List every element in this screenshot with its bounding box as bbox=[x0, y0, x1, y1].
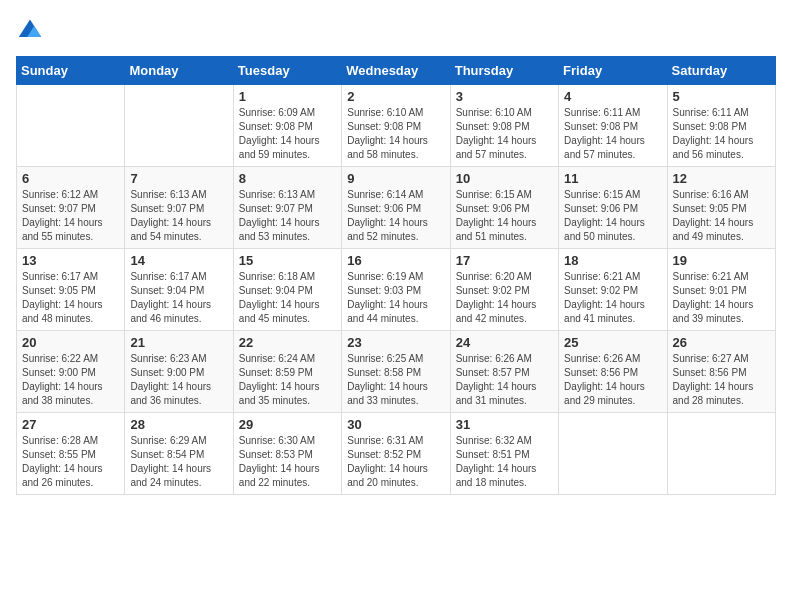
calendar-weekday-header: Monday bbox=[125, 57, 233, 85]
calendar-cell: 25Sunrise: 6:26 AM Sunset: 8:56 PM Dayli… bbox=[559, 331, 667, 413]
calendar-week-row: 27Sunrise: 6:28 AM Sunset: 8:55 PM Dayli… bbox=[17, 413, 776, 495]
day-number: 18 bbox=[564, 253, 661, 268]
day-number: 13 bbox=[22, 253, 119, 268]
calendar-cell: 5Sunrise: 6:11 AM Sunset: 9:08 PM Daylig… bbox=[667, 85, 775, 167]
day-number: 15 bbox=[239, 253, 336, 268]
day-info: Sunrise: 6:31 AM Sunset: 8:52 PM Dayligh… bbox=[347, 434, 444, 490]
calendar-cell: 13Sunrise: 6:17 AM Sunset: 9:05 PM Dayli… bbox=[17, 249, 125, 331]
day-info: Sunrise: 6:21 AM Sunset: 9:01 PM Dayligh… bbox=[673, 270, 770, 326]
day-number: 2 bbox=[347, 89, 444, 104]
day-number: 28 bbox=[130, 417, 227, 432]
day-number: 10 bbox=[456, 171, 553, 186]
calendar-cell: 20Sunrise: 6:22 AM Sunset: 9:00 PM Dayli… bbox=[17, 331, 125, 413]
calendar-cell: 23Sunrise: 6:25 AM Sunset: 8:58 PM Dayli… bbox=[342, 331, 450, 413]
calendar-header-row: SundayMondayTuesdayWednesdayThursdayFrid… bbox=[17, 57, 776, 85]
day-number: 22 bbox=[239, 335, 336, 350]
calendar-cell: 7Sunrise: 6:13 AM Sunset: 9:07 PM Daylig… bbox=[125, 167, 233, 249]
calendar-cell: 11Sunrise: 6:15 AM Sunset: 9:06 PM Dayli… bbox=[559, 167, 667, 249]
day-info: Sunrise: 6:14 AM Sunset: 9:06 PM Dayligh… bbox=[347, 188, 444, 244]
day-info: Sunrise: 6:24 AM Sunset: 8:59 PM Dayligh… bbox=[239, 352, 336, 408]
calendar-cell: 4Sunrise: 6:11 AM Sunset: 9:08 PM Daylig… bbox=[559, 85, 667, 167]
day-info: Sunrise: 6:11 AM Sunset: 9:08 PM Dayligh… bbox=[673, 106, 770, 162]
day-number: 7 bbox=[130, 171, 227, 186]
calendar-cell: 3Sunrise: 6:10 AM Sunset: 9:08 PM Daylig… bbox=[450, 85, 558, 167]
day-number: 11 bbox=[564, 171, 661, 186]
day-info: Sunrise: 6:26 AM Sunset: 8:56 PM Dayligh… bbox=[564, 352, 661, 408]
calendar-cell: 14Sunrise: 6:17 AM Sunset: 9:04 PM Dayli… bbox=[125, 249, 233, 331]
day-info: Sunrise: 6:17 AM Sunset: 9:04 PM Dayligh… bbox=[130, 270, 227, 326]
calendar-cell: 17Sunrise: 6:20 AM Sunset: 9:02 PM Dayli… bbox=[450, 249, 558, 331]
calendar-weekday-header: Friday bbox=[559, 57, 667, 85]
day-number: 27 bbox=[22, 417, 119, 432]
calendar-cell: 28Sunrise: 6:29 AM Sunset: 8:54 PM Dayli… bbox=[125, 413, 233, 495]
day-info: Sunrise: 6:16 AM Sunset: 9:05 PM Dayligh… bbox=[673, 188, 770, 244]
day-info: Sunrise: 6:13 AM Sunset: 9:07 PM Dayligh… bbox=[239, 188, 336, 244]
calendar-cell: 6Sunrise: 6:12 AM Sunset: 9:07 PM Daylig… bbox=[17, 167, 125, 249]
day-info: Sunrise: 6:18 AM Sunset: 9:04 PM Dayligh… bbox=[239, 270, 336, 326]
calendar-cell bbox=[559, 413, 667, 495]
calendar-cell: 19Sunrise: 6:21 AM Sunset: 9:01 PM Dayli… bbox=[667, 249, 775, 331]
day-info: Sunrise: 6:10 AM Sunset: 9:08 PM Dayligh… bbox=[456, 106, 553, 162]
calendar-week-row: 6Sunrise: 6:12 AM Sunset: 9:07 PM Daylig… bbox=[17, 167, 776, 249]
calendar-cell bbox=[17, 85, 125, 167]
day-info: Sunrise: 6:17 AM Sunset: 9:05 PM Dayligh… bbox=[22, 270, 119, 326]
day-info: Sunrise: 6:30 AM Sunset: 8:53 PM Dayligh… bbox=[239, 434, 336, 490]
day-number: 30 bbox=[347, 417, 444, 432]
calendar-cell: 2Sunrise: 6:10 AM Sunset: 9:08 PM Daylig… bbox=[342, 85, 450, 167]
calendar-table: SundayMondayTuesdayWednesdayThursdayFrid… bbox=[16, 56, 776, 495]
day-number: 26 bbox=[673, 335, 770, 350]
day-info: Sunrise: 6:12 AM Sunset: 9:07 PM Dayligh… bbox=[22, 188, 119, 244]
day-number: 29 bbox=[239, 417, 336, 432]
day-number: 14 bbox=[130, 253, 227, 268]
calendar-cell: 9Sunrise: 6:14 AM Sunset: 9:06 PM Daylig… bbox=[342, 167, 450, 249]
calendar-weekday-header: Tuesday bbox=[233, 57, 341, 85]
day-number: 25 bbox=[564, 335, 661, 350]
calendar-cell: 26Sunrise: 6:27 AM Sunset: 8:56 PM Dayli… bbox=[667, 331, 775, 413]
day-info: Sunrise: 6:23 AM Sunset: 9:00 PM Dayligh… bbox=[130, 352, 227, 408]
day-info: Sunrise: 6:26 AM Sunset: 8:57 PM Dayligh… bbox=[456, 352, 553, 408]
calendar-cell: 16Sunrise: 6:19 AM Sunset: 9:03 PM Dayli… bbox=[342, 249, 450, 331]
calendar-cell: 18Sunrise: 6:21 AM Sunset: 9:02 PM Dayli… bbox=[559, 249, 667, 331]
calendar-cell: 12Sunrise: 6:16 AM Sunset: 9:05 PM Dayli… bbox=[667, 167, 775, 249]
calendar-cell: 1Sunrise: 6:09 AM Sunset: 9:08 PM Daylig… bbox=[233, 85, 341, 167]
day-number: 3 bbox=[456, 89, 553, 104]
day-number: 19 bbox=[673, 253, 770, 268]
calendar-week-row: 13Sunrise: 6:17 AM Sunset: 9:05 PM Dayli… bbox=[17, 249, 776, 331]
day-info: Sunrise: 6:10 AM Sunset: 9:08 PM Dayligh… bbox=[347, 106, 444, 162]
calendar-weekday-header: Sunday bbox=[17, 57, 125, 85]
calendar-weekday-header: Wednesday bbox=[342, 57, 450, 85]
day-number: 5 bbox=[673, 89, 770, 104]
day-info: Sunrise: 6:11 AM Sunset: 9:08 PM Dayligh… bbox=[564, 106, 661, 162]
day-info: Sunrise: 6:21 AM Sunset: 9:02 PM Dayligh… bbox=[564, 270, 661, 326]
day-number: 6 bbox=[22, 171, 119, 186]
day-info: Sunrise: 6:27 AM Sunset: 8:56 PM Dayligh… bbox=[673, 352, 770, 408]
day-number: 21 bbox=[130, 335, 227, 350]
day-info: Sunrise: 6:29 AM Sunset: 8:54 PM Dayligh… bbox=[130, 434, 227, 490]
day-info: Sunrise: 6:09 AM Sunset: 9:08 PM Dayligh… bbox=[239, 106, 336, 162]
calendar-cell: 10Sunrise: 6:15 AM Sunset: 9:06 PM Dayli… bbox=[450, 167, 558, 249]
day-number: 9 bbox=[347, 171, 444, 186]
calendar-cell: 29Sunrise: 6:30 AM Sunset: 8:53 PM Dayli… bbox=[233, 413, 341, 495]
day-number: 17 bbox=[456, 253, 553, 268]
generalblue-logo-icon bbox=[16, 16, 44, 44]
calendar-cell: 24Sunrise: 6:26 AM Sunset: 8:57 PM Dayli… bbox=[450, 331, 558, 413]
day-info: Sunrise: 6:15 AM Sunset: 9:06 PM Dayligh… bbox=[456, 188, 553, 244]
day-info: Sunrise: 6:15 AM Sunset: 9:06 PM Dayligh… bbox=[564, 188, 661, 244]
calendar-cell bbox=[125, 85, 233, 167]
day-info: Sunrise: 6:13 AM Sunset: 9:07 PM Dayligh… bbox=[130, 188, 227, 244]
calendar-week-row: 20Sunrise: 6:22 AM Sunset: 9:00 PM Dayli… bbox=[17, 331, 776, 413]
calendar-cell bbox=[667, 413, 775, 495]
day-number: 16 bbox=[347, 253, 444, 268]
day-info: Sunrise: 6:20 AM Sunset: 9:02 PM Dayligh… bbox=[456, 270, 553, 326]
calendar-week-row: 1Sunrise: 6:09 AM Sunset: 9:08 PM Daylig… bbox=[17, 85, 776, 167]
day-info: Sunrise: 6:25 AM Sunset: 8:58 PM Dayligh… bbox=[347, 352, 444, 408]
day-number: 31 bbox=[456, 417, 553, 432]
calendar-cell: 31Sunrise: 6:32 AM Sunset: 8:51 PM Dayli… bbox=[450, 413, 558, 495]
page-header bbox=[16, 16, 776, 44]
calendar-cell: 8Sunrise: 6:13 AM Sunset: 9:07 PM Daylig… bbox=[233, 167, 341, 249]
logo bbox=[16, 16, 48, 44]
calendar-cell: 21Sunrise: 6:23 AM Sunset: 9:00 PM Dayli… bbox=[125, 331, 233, 413]
day-number: 12 bbox=[673, 171, 770, 186]
day-number: 1 bbox=[239, 89, 336, 104]
day-number: 24 bbox=[456, 335, 553, 350]
